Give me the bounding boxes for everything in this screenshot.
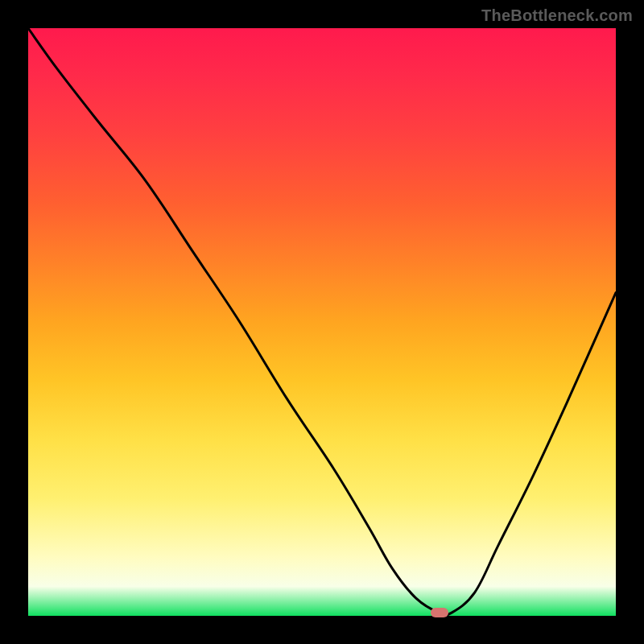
- data-curve: [28, 28, 616, 616]
- optimal-marker: [431, 608, 448, 617]
- watermark: TheBottleneck.com: [481, 6, 633, 25]
- plot-area: [28, 28, 616, 616]
- chart-container: TheBottleneck.com: [0, 0, 644, 644]
